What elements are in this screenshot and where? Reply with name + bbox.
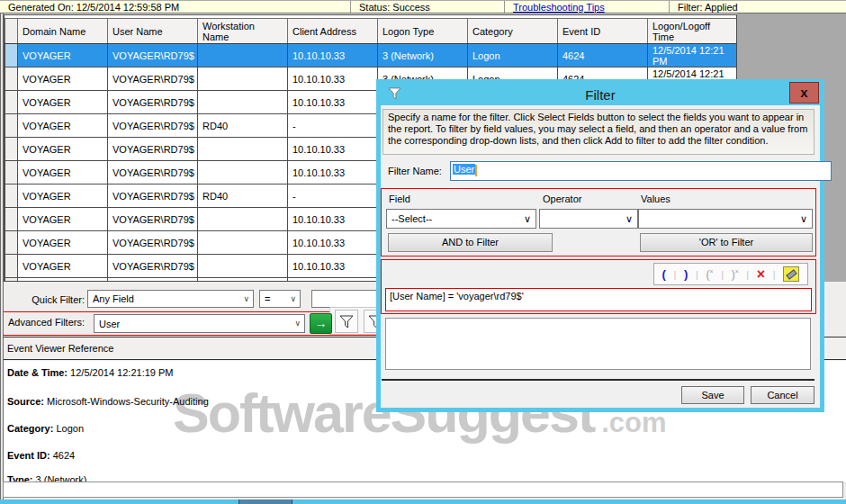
filter-name-input[interactable]: User — [450, 161, 832, 181]
advanced-filters-label: Advanced Filters: — [8, 317, 85, 328]
row-selector[interactable] — [5, 44, 18, 68]
cancel-button[interactable]: Cancel — [751, 386, 814, 404]
row-selector[interactable] — [5, 91, 18, 114]
cell-user: VOYAGER\RD79$ — [108, 138, 198, 161]
status-label: Status: Success — [351, 1, 505, 13]
filter-expression-box[interactable]: [User Name] = 'voyager\rd79$' — [385, 288, 812, 311]
cell-user: VOYAGER\RD79$ — [108, 44, 198, 68]
quick-filter-field-select[interactable]: Any Field∨ — [87, 290, 254, 308]
cell-workstation — [198, 208, 288, 231]
generated-on-label: Generated On: 12/5/2014 12:59:58 PM — [0, 1, 351, 13]
cell-category: Logon — [468, 44, 558, 68]
quick-filter-operator-select[interactable]: =∨ — [259, 290, 301, 308]
clear-all-button[interactable] — [783, 266, 799, 282]
window-left-border — [0, 14, 4, 504]
filter-button[interactable] — [335, 310, 358, 333]
apply-filter-button[interactable]: → — [310, 313, 332, 334]
cell-domain: VOYAGER — [18, 231, 108, 255]
category-label: Category: — [7, 423, 53, 434]
cell-user: VOYAGER\RD79$ — [108, 91, 198, 114]
expression-list-box[interactable] — [385, 318, 811, 370]
values-label: Values — [641, 194, 670, 204]
filter-applied-label: Filter: Applied — [670, 1, 846, 13]
cell-domain: VOYAGER — [18, 208, 108, 231]
cell-user: VOYAGER\RD79$ — [108, 68, 198, 91]
expression-toolbar: ( | ) | (× | )× | × | — [653, 263, 808, 285]
text-caret — [475, 165, 477, 176]
taskbar-segment — [238, 500, 292, 504]
dialog-titlebar[interactable]: Filter x — [381, 84, 820, 105]
column-header[interactable]: Workstation Name — [198, 19, 288, 44]
cell-domain: VOYAGER — [18, 278, 108, 283]
row-selector[interactable] — [5, 208, 18, 231]
cell-user: VOYAGER\RD79$ — [108, 231, 198, 255]
chevron-down-icon: ∨ — [243, 295, 249, 303]
column-header[interactable]: User Name — [108, 19, 198, 44]
open-paren-button[interactable]: ( — [662, 267, 666, 281]
close-paren-button[interactable]: ) — [684, 267, 688, 281]
chevron-down-icon: ∨ — [294, 320, 301, 328]
remove-close-paren-button[interactable]: )× — [732, 268, 739, 281]
cell-domain: VOYAGER — [18, 68, 108, 91]
field-label: Field — [389, 194, 410, 204]
column-header[interactable]: Logon Type — [378, 19, 468, 44]
funnel-icon — [339, 315, 354, 328]
arrow-right-icon: → — [315, 316, 328, 330]
row-selector[interactable] — [5, 255, 18, 278]
row-selector[interactable] — [5, 114, 18, 138]
dialog-title: Filter — [381, 87, 820, 103]
cell-client: 10.10.10.33 — [288, 231, 378, 255]
remove-open-paren-button[interactable]: (× — [706, 268, 713, 281]
column-header[interactable]: Domain Name — [18, 19, 108, 44]
cell-domain: VOYAGER — [18, 138, 108, 161]
dialog-separator — [382, 379, 814, 381]
cell-workstation — [198, 138, 288, 161]
table-row[interactable]: VOYAGERVOYAGER\RD79$10.10.10.333 (Networ… — [5, 44, 738, 68]
row-selector[interactable] — [5, 184, 18, 208]
operator-select[interactable]: ∨ — [539, 209, 638, 229]
cell-workstation — [198, 255, 288, 278]
bottom-text-field[interactable] — [3, 482, 843, 498]
chevron-down-icon: ∨ — [626, 213, 633, 225]
date-time-value: 12/5/2014 12:21:19 PM — [70, 367, 173, 378]
cell-client: 10.10.10.33 — [288, 161, 378, 184]
delete-condition-button[interactable]: × — [757, 268, 765, 281]
column-header[interactable]: Client Address — [288, 19, 378, 44]
dialog-description: Specify a name for the filter. Click Sel… — [382, 109, 814, 155]
operator-label: Operator — [543, 194, 581, 204]
row-selector[interactable] — [5, 278, 18, 283]
taskbar-strip — [0, 500, 846, 504]
troubleshooting-tips-link[interactable]: Troubleshooting Tips — [513, 2, 605, 13]
cell-user: VOYAGER\RD79$ — [108, 278, 198, 283]
table-header-row: Domain NameUser NameWorkstation NameClie… — [5, 19, 738, 44]
advanced-filters-select[interactable]: User∨ — [94, 314, 305, 333]
cell-domain: VOYAGER — [18, 184, 108, 208]
filter-condition-section: Field Operator Values --Select--∨ ∨ ∨ AN… — [381, 188, 816, 256]
cell-domain: VOYAGER — [18, 114, 108, 138]
cell-client: - — [288, 114, 378, 138]
cell-user: VOYAGER\RD79$ — [108, 161, 198, 184]
quick-filter-label: Quick Filter: — [16, 294, 85, 305]
row-selector[interactable] — [5, 161, 18, 184]
cell-client: 10.10.10.33 — [288, 91, 378, 114]
date-time-label: Date & Time: — [7, 367, 68, 378]
cell-client: 10.10.10.33 — [288, 208, 378, 231]
row-selector[interactable] — [5, 68, 18, 91]
source-label: Source: — [7, 396, 44, 407]
close-button[interactable]: x — [789, 82, 819, 104]
cell-workstation — [198, 44, 288, 68]
and-to-filter-button[interactable]: AND to Filter — [388, 233, 553, 252]
corner-cell — [5, 19, 18, 44]
column-header[interactable]: Logon/Logoff Time — [648, 19, 738, 44]
save-button[interactable]: Save — [681, 386, 744, 404]
field-select[interactable]: --Select--∨ — [386, 209, 536, 229]
row-selector[interactable] — [5, 231, 18, 255]
row-selector[interactable] — [5, 138, 18, 161]
cell-client: - — [288, 184, 378, 208]
column-header[interactable]: Event ID — [558, 19, 648, 44]
eraser-icon — [787, 269, 797, 280]
values-select[interactable]: ∨ — [638, 209, 813, 229]
or-to-filter-button[interactable]: 'OR' to Filter — [640, 233, 813, 252]
event-id-value: 4624 — [53, 450, 75, 461]
column-header[interactable]: Category — [468, 19, 558, 44]
